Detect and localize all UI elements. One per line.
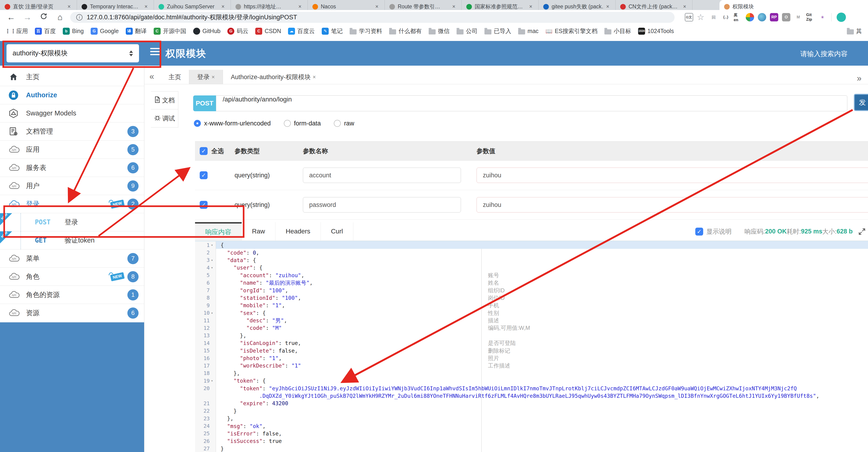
response-tab-Curl[interactable]: Curl: [321, 222, 353, 241]
bookmark-item[interactable]: 📖ES搜索引擎文档: [546, 27, 597, 35]
bookmark-item[interactable]: mac: [518, 28, 538, 34]
param-value-input[interactable]: zuihou: [476, 197, 868, 213]
profile-avatar[interactable]: [837, 12, 846, 22]
browser-tab[interactable]: CN文件上传 (pack…×: [616, 0, 692, 10]
fold-caret-icon[interactable]: ▾: [210, 243, 214, 247]
browser-tab[interactable]: Temporary Interac…×: [77, 0, 154, 10]
collapse-tabs-icon[interactable]: «: [144, 70, 161, 84]
fold-caret-icon[interactable]: ▾: [210, 258, 214, 262]
send-button[interactable]: 发: [854, 94, 868, 111]
bookmark-item[interactable]: CCSDN: [255, 28, 281, 35]
param-value-input[interactable]: zuihou: [476, 168, 868, 183]
row-checkbox[interactable]: ✓: [200, 171, 208, 179]
radio-form-data[interactable]: [284, 120, 291, 127]
other-bookmarks[interactable]: 其: [847, 27, 862, 35]
more-tabs-icon[interactable]: »: [857, 72, 868, 83]
tab-close-icon[interactable]: ×: [299, 3, 302, 10]
braces-icon[interactable]: {..}: [721, 13, 730, 21]
radio-raw[interactable]: [334, 120, 341, 127]
globe-icon[interactable]: [758, 13, 766, 21]
fullscreen-icon[interactable]: [858, 227, 866, 236]
tab-close-icon[interactable]: ×: [221, 3, 224, 10]
response-tab-Headers[interactable]: Headers: [276, 222, 321, 241]
sidebar-item[interactable]: API角色的资源1: [0, 286, 144, 304]
bookmark-item[interactable]: 微信: [429, 27, 450, 35]
bookmark-star-icon[interactable]: ☆: [695, 12, 706, 22]
notion-icon[interactable]: 回: [710, 13, 718, 21]
tab-close-icon[interactable]: ×: [68, 3, 71, 10]
sidebar-item[interactable]: API服务表6: [0, 159, 144, 177]
bookmark-item[interactable]: 小目标: [604, 27, 631, 35]
bookmark-item[interactable]: G码云: [227, 27, 248, 35]
back-icon[interactable]: ←: [6, 12, 16, 22]
sidebar-endpoint-get[interactable]: NEWGET验证token: [0, 231, 144, 250]
url-bar[interactable]: i 127.0.0.1:8760/api/gate/doc.html#/auth…: [70, 12, 675, 23]
browser-tab[interactable]: 直饮 注册/登录页×: [0, 0, 77, 10]
sidebar-item[interactable]: API角色NEW8: [0, 268, 144, 286]
sidebar-item[interactable]: 主页: [0, 68, 144, 86]
bookmark-item[interactable]: ☁百度云: [288, 27, 315, 35]
new-tab-button[interactable]: [855, 2, 868, 10]
bookmark-item[interactable]: 公司: [457, 27, 477, 35]
browser-tab-active[interactable]: 权限模块×: [719, 0, 868, 10]
forward-icon[interactable]: →: [22, 12, 33, 22]
sidebar-item[interactable]: 文档管理3: [0, 122, 144, 141]
browser-tab[interactable]: https://绿地址…×: [231, 0, 308, 10]
response-tab-Raw[interactable]: Raw: [242, 222, 276, 241]
reload-icon[interactable]: [39, 12, 49, 22]
request-url-input[interactable]: /api/authority/anno/login: [216, 95, 847, 111]
param-name-input[interactable]: password: [303, 197, 461, 213]
tab-close-icon[interactable]: ×: [145, 3, 148, 10]
fold-caret-icon[interactable]: ▾: [210, 379, 214, 383]
bookmark-item[interactable]: GitHub: [193, 28, 221, 35]
content-tab[interactable]: 登录×: [189, 70, 223, 84]
row-checkbox[interactable]: ✓: [200, 201, 208, 209]
response-tab-响应内容[interactable]: 响应内容: [195, 222, 242, 241]
sidebar-item[interactable]: API登录NEW2: [0, 195, 144, 213]
fold-caret-icon[interactable]: ▾: [210, 265, 214, 270]
browser-tab[interactable]: Route 带参数引…×: [385, 0, 462, 10]
menu-icon[interactable]: [150, 48, 160, 57]
bookmark-item[interactable]: 百百度: [35, 27, 56, 35]
ring-icon[interactable]: O: [782, 13, 790, 21]
tab-close-icon[interactable]: ×: [683, 3, 686, 10]
browser-tab[interactable]: gitee push失败 (pack…×: [538, 0, 616, 10]
en-translate-icon[interactable]: 英​en: [734, 13, 742, 21]
radio-x-www-form-urlencoded[interactable]: [194, 120, 201, 127]
bookmark-item[interactable]: ✎笔记: [322, 27, 343, 35]
browser-tab[interactable]: Nacos×: [308, 0, 385, 10]
bookmark-item[interactable]: 10​241024Tools: [638, 28, 674, 35]
bookmark-item[interactable]: 已导入: [485, 27, 511, 35]
tab-close-icon[interactable]: ×: [453, 3, 455, 10]
sidebar-item[interactable]: API菜单7: [0, 250, 144, 268]
header-search-input[interactable]: 请输入搜索内容: [800, 49, 847, 59]
translate-page-icon[interactable]: G文: [685, 13, 693, 21]
sidebar-item[interactable]: Swagger Models: [0, 104, 144, 122]
close-tab-icon[interactable]: ×: [313, 74, 316, 80]
tab-close-icon[interactable]: ×: [606, 3, 609, 10]
bookmark-item[interactable]: GGoogle: [91, 28, 119, 35]
sidebar-item[interactable]: Authorize: [0, 86, 144, 104]
asterisk-icon[interactable]: ✳: [818, 13, 827, 21]
param-name-input[interactable]: account: [303, 168, 461, 183]
fold-caret-icon[interactable]: ▾: [210, 311, 214, 315]
tab-close-icon[interactable]: ×: [529, 3, 532, 10]
bookmark-item[interactable]: bBing: [63, 28, 84, 35]
docnav-文档[interactable]: 文档: [151, 91, 178, 109]
browser-tab[interactable]: Zuihou SampServer×: [154, 0, 231, 10]
sidebar-item[interactable]: API资源6: [0, 304, 144, 322]
bookmark-item[interactable]: 译翻译: [126, 27, 147, 35]
content-tab[interactable]: 主页: [161, 70, 189, 84]
bookmark-item[interactable]: ⋮⋮应用: [7, 27, 28, 35]
chrome-icon[interactable]: [746, 13, 754, 21]
module-select[interactable]: authority-权限模块: [6, 44, 139, 62]
select-all-checkbox[interactable]: ✓: [200, 147, 208, 155]
bookmark-item[interactable]: 学习资料: [350, 27, 382, 35]
sidebar-endpoint-post[interactable]: NEWPOST登录: [0, 213, 144, 231]
browser-tab[interactable]: 国家标准参照规范…×: [462, 0, 538, 10]
json-editor[interactable]: 1▾{2▾ "code": 0,3▾ "data": {4▾ "user": {…: [195, 241, 868, 452]
sidebar-item[interactable]: API应用5: [0, 141, 144, 159]
gitzip-icon[interactable]: Git​Zip: [806, 13, 814, 21]
m-arrow-icon[interactable]: M: [794, 13, 802, 21]
close-tab-icon[interactable]: ×: [212, 74, 215, 80]
